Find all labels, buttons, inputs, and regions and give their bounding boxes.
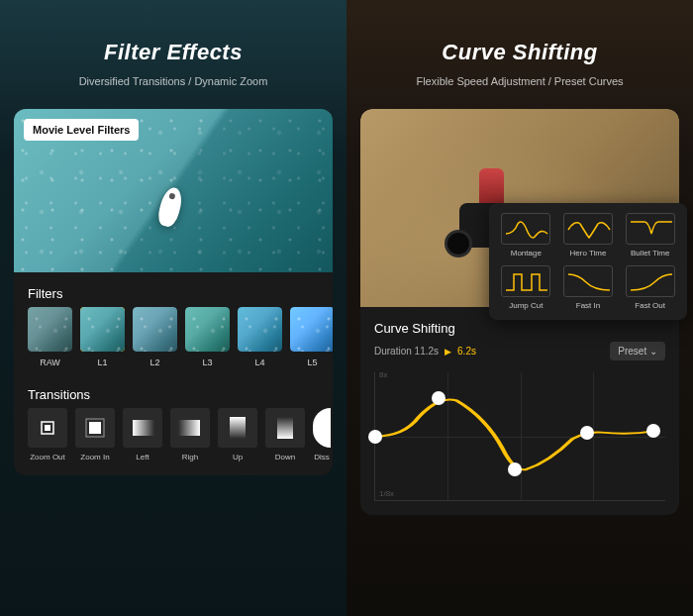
transition-up[interactable]: Up: [218, 408, 257, 462]
transition-dissolve[interactable]: Diss: [313, 408, 331, 462]
svg-rect-4: [133, 420, 154, 436]
movie-filters-badge: Movie Level Filters: [24, 119, 139, 141]
filter-l1[interactable]: L1: [80, 307, 125, 367]
curve-point[interactable]: [508, 462, 522, 476]
svg-rect-6: [230, 417, 246, 439]
preset-hero-time[interactable]: Hero Time: [561, 213, 616, 257]
svg-rect-3: [89, 422, 101, 434]
svg-rect-5: [178, 420, 200, 436]
panel-subtitle: Flexible Speed Adjustment / Preset Curve…: [346, 75, 693, 87]
chevron-down-icon: ⌄: [649, 346, 657, 357]
transitions-row: Zoom Out Zoom In Left Righ Up Down Diss: [14, 408, 333, 475]
curve-point[interactable]: [368, 430, 382, 444]
curve-shifting-panel: Curve Shifting Flexible Speed Adjustment…: [346, 0, 693, 616]
filter-raw[interactable]: RAW: [28, 307, 72, 367]
transition-down[interactable]: Down: [265, 408, 305, 462]
transition-left[interactable]: Left: [123, 408, 162, 462]
filter-effects-panel: Filter Effects Diversified Transitions /…: [0, 0, 346, 616]
transitions-header: Transitions: [14, 373, 333, 408]
transition-zoom-out[interactable]: Zoom Out: [28, 408, 67, 462]
filter-l3[interactable]: L3: [185, 307, 230, 367]
filters-card: Movie Level Filters Filters RAW L1 L2 L3…: [14, 109, 333, 475]
panel-subtitle: Diversified Transitions / Dynamic Zoom: [0, 75, 346, 87]
filters-header: Filters: [14, 272, 333, 307]
filter-preview: Movie Level Filters: [14, 109, 333, 272]
filter-l4[interactable]: L4: [238, 307, 282, 367]
filters-row: RAW L1 L2 L3 L4 L5: [14, 307, 333, 373]
preset-fast-out[interactable]: Fast Out: [623, 265, 677, 310]
curve-presets-popover: Montage Hero Time Bullet Time Jump Cut F…: [489, 203, 687, 320]
duration-to: 6.2s: [457, 346, 476, 357]
preset-montage[interactable]: Montage: [499, 213, 553, 257]
panel-title: Curve Shifting: [346, 0, 693, 65]
filter-l5[interactable]: L5: [290, 307, 333, 367]
transition-right[interactable]: Righ: [170, 408, 210, 462]
curve-point[interactable]: [580, 426, 594, 440]
duration-row: Duration 11.2s ▶ 6.2s Preset ⌄: [360, 340, 679, 368]
curve-point[interactable]: [432, 391, 446, 405]
arrow-icon: ▶: [445, 347, 451, 357]
filter-l2[interactable]: L2: [133, 307, 177, 367]
svg-rect-1: [45, 425, 50, 431]
preset-button[interactable]: Preset ⌄: [610, 342, 665, 360]
curve-point[interactable]: [646, 424, 660, 438]
svg-rect-7: [277, 417, 293, 439]
preset-fast-in[interactable]: Fast In: [561, 265, 616, 310]
speed-curve-chart[interactable]: 8x 1/8x: [374, 372, 665, 501]
panel-title: Filter Effects: [0, 0, 346, 65]
preset-jump-cut[interactable]: Jump Cut: [499, 265, 553, 310]
transition-zoom-in[interactable]: Zoom In: [75, 408, 115, 462]
duration-from: Duration 11.2s: [374, 346, 439, 357]
preset-bullet-time[interactable]: Bullet Time: [623, 213, 677, 257]
